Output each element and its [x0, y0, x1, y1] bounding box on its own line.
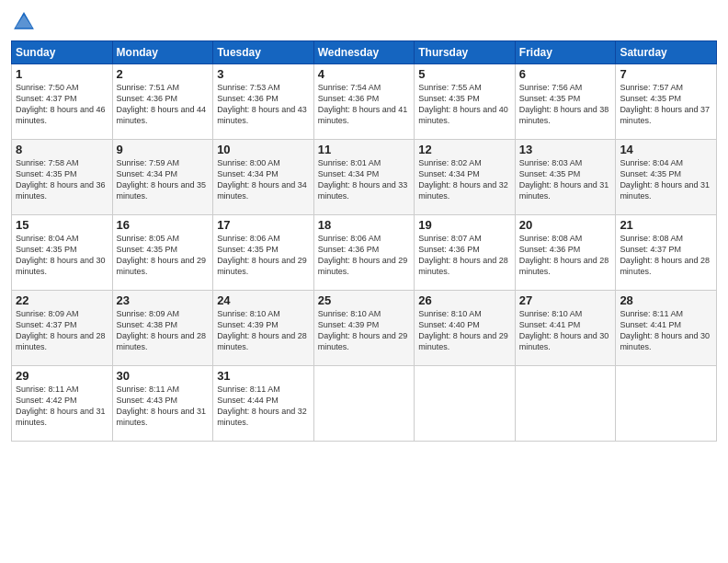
day-info: Sunrise: 8:01 AM Sunset: 4:34 PM Dayligh…	[318, 157, 411, 202]
day-info: Sunrise: 8:03 AM Sunset: 4:35 PM Dayligh…	[519, 157, 612, 202]
daylight-label: Daylight: 8 hours and 28 minutes.	[217, 331, 307, 351]
sunset-label: Sunset: 4:35 PM	[16, 169, 77, 178]
calendar-cell: 14 Sunrise: 8:04 AM Sunset: 4:35 PM Dayl…	[616, 140, 717, 215]
sunset-label: Sunset: 4:35 PM	[620, 169, 681, 178]
calendar-cell: 1 Sunrise: 7:50 AM Sunset: 4:37 PM Dayli…	[12, 64, 113, 140]
day-info: Sunrise: 7:53 AM Sunset: 4:36 PM Dayligh…	[217, 82, 310, 127]
day-number: 13	[519, 143, 612, 156]
sunset-label: Sunset: 4:38 PM	[117, 320, 178, 329]
sunrise-label: Sunrise: 8:02 AM	[418, 158, 482, 167]
calendar-cell: 24 Sunrise: 8:10 AM Sunset: 4:39 PM Dayl…	[213, 291, 314, 366]
sunrise-label: Sunrise: 8:10 AM	[519, 309, 583, 318]
sunrise-label: Sunrise: 7:51 AM	[117, 83, 180, 92]
daylight-label: Daylight: 8 hours and 38 minutes.	[519, 105, 609, 125]
calendar-cell: 10 Sunrise: 8:00 AM Sunset: 4:34 PM Dayl…	[213, 140, 314, 215]
sunset-label: Sunset: 4:36 PM	[117, 94, 178, 103]
sunset-label: Sunset: 4:37 PM	[620, 245, 681, 254]
day-info: Sunrise: 7:51 AM Sunset: 4:36 PM Dayligh…	[117, 82, 210, 127]
calendar-cell: 12 Sunrise: 8:02 AM Sunset: 4:34 PM Dayl…	[415, 140, 516, 215]
sunrise-label: Sunrise: 8:04 AM	[16, 234, 79, 243]
sunset-label: Sunset: 4:35 PM	[16, 245, 77, 254]
calendar-cell: 18 Sunrise: 8:06 AM Sunset: 4:36 PM Dayl…	[313, 215, 415, 291]
sunrise-label: Sunrise: 8:11 AM	[620, 309, 683, 318]
day-info: Sunrise: 7:57 AM Sunset: 4:35 PM Dayligh…	[620, 82, 712, 127]
daylight-label: Daylight: 8 hours and 32 minutes.	[217, 407, 307, 427]
daylight-label: Daylight: 8 hours and 28 minutes.	[620, 256, 710, 276]
calendar-week-row: 8 Sunrise: 7:58 AM Sunset: 4:35 PM Dayli…	[12, 140, 717, 215]
calendar-cell: 8 Sunrise: 7:58 AM Sunset: 4:35 PM Dayli…	[12, 140, 113, 215]
sunset-label: Sunset: 4:34 PM	[318, 169, 380, 178]
daylight-label: Daylight: 8 hours and 31 minutes.	[16, 407, 106, 427]
daylight-label: Daylight: 8 hours and 30 minutes.	[620, 331, 710, 351]
calendar-cell: 27 Sunrise: 8:10 AM Sunset: 4:41 PM Dayl…	[515, 291, 616, 366]
daylight-label: Daylight: 8 hours and 28 minutes.	[117, 331, 207, 351]
logo	[11, 9, 40, 35]
sunset-label: Sunset: 4:35 PM	[418, 94, 480, 103]
calendar-cell: 28 Sunrise: 8:11 AM Sunset: 4:41 PM Dayl…	[616, 291, 717, 366]
day-number: 30	[117, 369, 210, 383]
day-info: Sunrise: 8:09 AM Sunset: 4:38 PM Dayligh…	[117, 308, 210, 353]
day-info: Sunrise: 8:07 AM Sunset: 4:36 PM Dayligh…	[418, 233, 511, 278]
calendar-cell: 6 Sunrise: 7:56 AM Sunset: 4:35 PM Dayli…	[515, 64, 616, 140]
daylight-label: Daylight: 8 hours and 28 minutes.	[418, 256, 508, 276]
day-info: Sunrise: 8:02 AM Sunset: 4:34 PM Dayligh…	[418, 157, 511, 202]
calendar-header-thursday: Thursday	[415, 41, 516, 64]
day-number: 15	[16, 218, 108, 232]
sunrise-label: Sunrise: 8:11 AM	[217, 385, 280, 394]
day-number: 28	[620, 293, 712, 307]
day-info: Sunrise: 7:59 AM Sunset: 4:34 PM Dayligh…	[117, 157, 210, 202]
day-info: Sunrise: 7:56 AM Sunset: 4:35 PM Dayligh…	[519, 82, 612, 127]
sunrise-label: Sunrise: 8:08 AM	[519, 234, 583, 243]
calendar-cell: 9 Sunrise: 7:59 AM Sunset: 4:34 PM Dayli…	[112, 140, 213, 215]
sunrise-label: Sunrise: 7:56 AM	[519, 83, 583, 92]
calendar-cell: 16 Sunrise: 8:05 AM Sunset: 4:35 PM Dayl…	[112, 215, 213, 291]
calendar-header-saturday: Saturday	[616, 41, 717, 64]
sunset-label: Sunset: 4:34 PM	[217, 169, 279, 178]
calendar-cell: 20 Sunrise: 8:08 AM Sunset: 4:36 PM Dayl…	[515, 215, 616, 291]
calendar-cell: 30 Sunrise: 8:11 AM Sunset: 4:43 PM Dayl…	[112, 366, 213, 442]
day-number: 5	[418, 67, 511, 81]
calendar-cell: 31 Sunrise: 8:11 AM Sunset: 4:44 PM Dayl…	[213, 366, 314, 442]
sunrise-label: Sunrise: 8:10 AM	[318, 309, 381, 318]
day-number: 29	[16, 369, 108, 383]
day-number: 24	[217, 293, 310, 307]
day-number: 19	[418, 218, 511, 232]
main-container: SundayMondayTuesdayWednesdayThursdayFrid…	[0, 0, 728, 449]
day-info: Sunrise: 8:06 AM Sunset: 4:36 PM Dayligh…	[318, 233, 411, 278]
day-number: 22	[16, 293, 108, 307]
daylight-label: Daylight: 8 hours and 31 minutes.	[117, 407, 207, 427]
calendar-cell: 21 Sunrise: 8:08 AM Sunset: 4:37 PM Dayl…	[616, 215, 717, 291]
sunrise-label: Sunrise: 8:00 AM	[217, 158, 280, 167]
day-info: Sunrise: 8:08 AM Sunset: 4:37 PM Dayligh…	[620, 233, 712, 278]
day-number: 17	[217, 218, 310, 232]
daylight-label: Daylight: 8 hours and 29 minutes.	[418, 331, 508, 351]
day-info: Sunrise: 7:55 AM Sunset: 4:35 PM Dayligh…	[418, 82, 511, 127]
day-info: Sunrise: 7:58 AM Sunset: 4:35 PM Dayligh…	[16, 157, 108, 202]
day-number: 3	[217, 67, 310, 81]
day-number: 14	[620, 143, 712, 156]
calendar-week-row: 15 Sunrise: 8:04 AM Sunset: 4:35 PM Dayl…	[12, 215, 717, 291]
daylight-label: Daylight: 8 hours and 37 minutes.	[620, 105, 710, 125]
day-number: 6	[519, 67, 612, 81]
day-info: Sunrise: 8:10 AM Sunset: 4:41 PM Dayligh…	[519, 308, 612, 353]
sunset-label: Sunset: 4:36 PM	[217, 94, 279, 103]
day-info: Sunrise: 8:06 AM Sunset: 4:35 PM Dayligh…	[217, 233, 310, 278]
daylight-label: Daylight: 8 hours and 36 minutes.	[16, 180, 106, 201]
calendar-cell	[415, 366, 516, 442]
sunset-label: Sunset: 4:41 PM	[519, 320, 581, 329]
daylight-label: Daylight: 8 hours and 32 minutes.	[418, 180, 508, 201]
sunset-label: Sunset: 4:36 PM	[318, 94, 380, 103]
calendar-header-friday: Friday	[515, 41, 616, 64]
sunset-label: Sunset: 4:44 PM	[217, 396, 279, 405]
calendar-cell: 23 Sunrise: 8:09 AM Sunset: 4:38 PM Dayl…	[112, 291, 213, 366]
calendar-cell: 22 Sunrise: 8:09 AM Sunset: 4:37 PM Dayl…	[12, 291, 113, 366]
sunrise-label: Sunrise: 8:10 AM	[217, 309, 280, 318]
sunset-label: Sunset: 4:42 PM	[16, 396, 77, 405]
sunset-label: Sunset: 4:39 PM	[318, 320, 380, 329]
day-number: 16	[117, 218, 210, 232]
daylight-label: Daylight: 8 hours and 28 minutes.	[519, 256, 609, 276]
day-number: 10	[217, 143, 310, 156]
daylight-label: Daylight: 8 hours and 40 minutes.	[418, 105, 508, 125]
day-number: 1	[16, 67, 108, 81]
sunrise-label: Sunrise: 7:57 AM	[620, 83, 683, 92]
